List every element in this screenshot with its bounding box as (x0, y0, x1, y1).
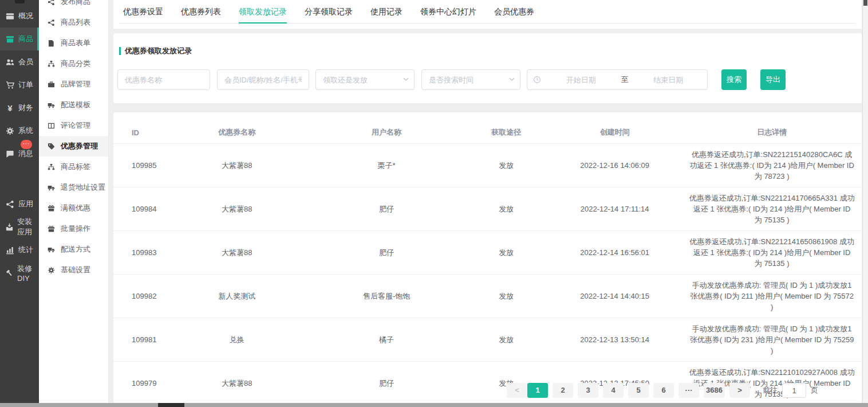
menu-item-coupon-manage[interactable]: 优惠券管理 (39, 136, 108, 156)
menu-item-goods-category[interactable]: 商品分类 (39, 53, 108, 74)
orders-icon (5, 81, 15, 89)
truck-icon (48, 101, 56, 109)
sitemap-icon (48, 163, 56, 171)
cell-user: 售后客服-饱饱 (308, 291, 465, 302)
pagination-ellipsis[interactable]: ··· (678, 383, 699, 398)
export-button[interactable]: 导出 (760, 69, 786, 90)
menu-item-goods-list[interactable]: 商品列表 (39, 12, 108, 33)
date-range-picker[interactable]: 至 (527, 69, 708, 90)
cell-channel: 发放 (465, 160, 547, 171)
cell-coupon: 大紫薯88 (165, 204, 307, 214)
member-search-input[interactable] (217, 69, 309, 90)
sitemap-icon (48, 60, 56, 68)
tag-icon (48, 143, 56, 150)
tab-usage-records[interactable]: 使用记录 (370, 7, 403, 23)
pagination-page-3686[interactable]: 3686 (704, 383, 725, 398)
cell-id: 109984 (113, 204, 165, 214)
sidebar-item-overview[interactable]: 概况 (0, 5, 39, 28)
sidebar-item-finance[interactable]: ¥财务 (0, 96, 39, 119)
pagination-page-6[interactable]: 6 (653, 383, 674, 398)
gear-icon (48, 267, 56, 274)
sidebar-item-stats[interactable]: 统计 (0, 238, 39, 261)
sidebar-item-members[interactable]: 会员 (0, 50, 39, 73)
primary-sidebar-items: 概况商品会员订单¥财务系统消息···应用安装应用统计装修DIY (0, 0, 39, 284)
pagination-next-button[interactable]: > (729, 383, 750, 398)
pagination-goto: 前往 页 (763, 383, 818, 398)
cell-coupon: 兑换 (165, 334, 307, 345)
channel-select[interactable] (315, 69, 415, 90)
menu-item-basic-settings[interactable]: 基础设置 (39, 260, 108, 280)
sidebar-item-diy[interactable]: 装修DIY (0, 261, 39, 284)
menu-item-shipping-template[interactable]: 配送模板 (39, 95, 108, 115)
sidebar-item-messages[interactable]: 消息··· (0, 142, 39, 165)
sidebar-item-orders[interactable]: 订单 (0, 73, 39, 96)
menu-item-batch-operation[interactable]: 批量操作 (39, 218, 108, 239)
cell-coupon: 大紫薯88 (165, 378, 307, 389)
cell-user: 栗子* (308, 160, 465, 171)
pagination-page-2[interactable]: 2 (553, 383, 573, 398)
section-header: 优惠券领取发放记录 (119, 46, 862, 56)
horizontal-scrollbar[interactable] (0, 403, 868, 407)
overview-icon (5, 12, 15, 21)
cell-log: 优惠券返还成功,订单:SN221215140280CA6C 成功返还 1 张优惠… (682, 149, 862, 182)
pagination-page-5[interactable]: 5 (628, 383, 649, 398)
time-toggle-select[interactable] (421, 69, 520, 90)
menu-item-brand-manage[interactable]: 品牌管理 (39, 74, 108, 95)
tab-coupon-center-slides[interactable]: 领券中心幻灯片 (420, 7, 476, 23)
gift-icon (48, 225, 56, 233)
table-row: 109982新人奖测试售后客服-饱饱发放2022-12-14 14:40:15手… (113, 275, 862, 318)
tab-coupon-list[interactable]: 优惠券列表 (181, 7, 221, 23)
vertical-scrollbar[interactable] (862, 0, 868, 403)
menu-item-goods-tag[interactable]: 商品标签 (39, 156, 108, 177)
sidebar-item-system[interactable]: 系统 (0, 119, 39, 142)
cell-created: 2022-12-13 13:50:14 (547, 334, 682, 345)
coupon-name-input[interactable] (117, 69, 210, 90)
time-toggle-select-input[interactable] (421, 69, 520, 90)
tab-receive-grant-records[interactable]: 领取发放记录 (239, 7, 287, 24)
sidebar-item-install-apps[interactable]: 安装应用 (0, 216, 39, 238)
tab-coupon-settings[interactable]: 优惠券设置 (123, 7, 163, 23)
chevron-down-icon (402, 75, 410, 83)
pagination-page-1[interactable]: 1 (527, 383, 548, 398)
pagination-prev-button[interactable]: < (507, 383, 527, 398)
pagination-page-4[interactable]: 4 (603, 383, 624, 398)
start-date-input[interactable] (542, 76, 620, 84)
end-date-input[interactable] (630, 76, 708, 84)
search-button[interactable]: 搜索 (721, 69, 747, 90)
table-header-row: ID优惠券名称用户名称获取途径创建时间日志详情 (113, 122, 862, 144)
vertical-scrollbar-thumb[interactable] (863, 0, 867, 6)
tab-share-receive-records[interactable]: 分享领取记录 (305, 7, 353, 23)
table-row: 109983大紫薯88肥仔发放2022-12-14 16:56:01优惠券返还成… (113, 231, 862, 275)
column-header-4: 创建时间 (547, 127, 682, 138)
cell-id: 109982 (113, 291, 165, 302)
admin-app: 概况商品会员订单¥财务系统消息···应用安装应用统计装修DIY 发布商品商品列表… (0, 0, 868, 407)
column-header-1: 优惠券名称 (165, 127, 307, 138)
tab-member-coupons[interactable]: 会员优惠券 (494, 7, 534, 23)
logo (15, 0, 25, 3)
menu-item-publish-goods[interactable]: 发布商品 (39, 0, 108, 12)
menu-item-return-address[interactable]: 退货地址设置 (39, 177, 108, 198)
cell-id: 109979 (113, 378, 165, 389)
share-icon (48, 19, 56, 26)
channel-select-input[interactable] (315, 69, 415, 90)
table-body: 109985大紫薯88栗子*发放2022-12-16 14:06:09优惠券返还… (113, 144, 862, 405)
sidebar-item-apps[interactable]: 应用 (0, 193, 39, 216)
gift-icon (48, 205, 56, 212)
sidebar-item-goods[interactable]: 商品 (0, 28, 39, 50)
truck-icon (48, 246, 56, 253)
pagination: < 123456···3686 > 前往 页 (507, 383, 818, 398)
page-title: 优惠券领取发放记录 (125, 46, 192, 56)
cell-log: 手动发放优惠券成功: 管理员( ID 为 1 )成功发放1张优惠券( ID为 2… (682, 323, 862, 356)
share-icon (48, 0, 56, 6)
menu-item-shipping-method[interactable]: 配送方式 (39, 239, 108, 260)
menu-item-full-discount[interactable]: 满额优惠 (39, 198, 108, 218)
apps-icon (5, 200, 15, 209)
document-icon (48, 40, 56, 47)
menu-item-goods-form[interactable]: 商品表单 (39, 33, 108, 53)
cell-user: 肥仔 (308, 247, 465, 258)
menu-item-comment-manage[interactable]: 评论管理 (39, 115, 108, 136)
table-row: 109985大紫薯88栗子*发放2022-12-16 14:06:09优惠券返还… (113, 144, 862, 187)
horizontal-scrollbar-thumb[interactable] (158, 403, 184, 407)
goto-page-input[interactable] (782, 383, 806, 398)
pagination-page-3[interactable]: 3 (578, 383, 598, 398)
